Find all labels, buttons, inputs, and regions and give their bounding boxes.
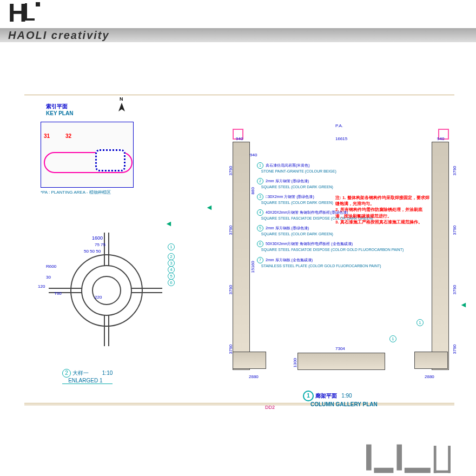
keyplan-title: 索引平面 KEY PLAN bbox=[46, 103, 73, 116]
dim-2880: 2880 bbox=[249, 374, 259, 379]
logo-bottom bbox=[366, 445, 451, 473]
enlarged-title: 2 大样一 1:10 ENLARGED 1 bbox=[62, 369, 113, 384]
center-block bbox=[298, 353, 385, 370]
dim-940: 940 bbox=[250, 153, 257, 157]
column-gallery-plan: P.A. 940 16615 940 940 3790 860 3790 151… bbox=[227, 119, 452, 389]
dim-3790: 3790 bbox=[228, 226, 233, 235]
dim-120: 120 bbox=[38, 284, 45, 289]
dim-1600: 1600 bbox=[92, 235, 103, 241]
dim-30: 30 bbox=[46, 275, 51, 280]
dim-940: 940 bbox=[437, 136, 444, 141]
sheet-code: DD2 bbox=[265, 405, 275, 410]
pa-label: *PA : PLANTING AREA - 植物种植区 bbox=[41, 189, 111, 195]
column-left bbox=[233, 142, 249, 369]
dim-3790: 3790 bbox=[228, 345, 233, 354]
callout-2: 1 bbox=[168, 243, 175, 250]
kp-label-32: 32 bbox=[65, 133, 71, 139]
divider-bottom2 bbox=[24, 405, 454, 405]
dim-1300: 1300 bbox=[293, 358, 298, 368]
dim-15160: 15160 bbox=[250, 261, 255, 273]
section-arrow-icon: ◄ bbox=[206, 203, 213, 211]
dim-3790: 3790 bbox=[452, 345, 457, 354]
dim-940: 940 bbox=[236, 136, 243, 141]
enlarged-detail: 1600 75 75 50 50 50 30 120 220 R600 T60 … bbox=[38, 206, 195, 362]
brand-tagline: HAOLI creativity bbox=[8, 29, 110, 42]
callout-1: 1 bbox=[389, 335, 396, 342]
dim-75: 75 75 bbox=[95, 242, 105, 247]
kp-focus-rect bbox=[95, 149, 125, 171]
callout-1: 1 bbox=[416, 319, 424, 326]
callout-3: 6 bbox=[168, 279, 175, 286]
dim-2880: 2880 bbox=[425, 374, 434, 379]
dim-r600: R600 bbox=[46, 264, 56, 269]
dim-t60: T60 bbox=[54, 291, 62, 296]
dim-7304: 7304 bbox=[335, 346, 345, 351]
dim-50: 50 50 50 bbox=[84, 249, 101, 254]
dim-3790: 3790 bbox=[228, 285, 233, 295]
north-arrow-icon: N bbox=[116, 102, 127, 115]
dim-16615: 16615 bbox=[335, 136, 347, 141]
keyplan-map: 31 32 bbox=[41, 122, 134, 188]
construction-notes: 注: 1. 整体构架各钢构件均采取焊接固定，要求焊缝饱满，光滑均匀。 2. 所有… bbox=[335, 195, 430, 225]
svg-marker-0 bbox=[118, 103, 125, 111]
dim-3790: 3790 bbox=[452, 166, 457, 176]
logo-top: H bbox=[8, 0, 40, 26]
pa-text: P.A. bbox=[335, 123, 343, 128]
divider-bottom bbox=[24, 403, 454, 404]
dim-3790: 3790 bbox=[228, 166, 233, 176]
dim-220: 220 bbox=[95, 295, 102, 300]
dim-3790: 3790 bbox=[452, 285, 457, 295]
dim-860: 860 bbox=[250, 187, 255, 194]
column-right bbox=[432, 142, 448, 369]
gallery-title: 1 廊架平面 1:90 COLUMN GALLERY PLAN bbox=[303, 391, 378, 407]
section-arrow-icon: ◄ bbox=[460, 300, 467, 309]
section-arrow-icon: ◄ bbox=[165, 219, 173, 228]
divider-top bbox=[24, 95, 454, 95]
dim-3790: 3790 bbox=[452, 226, 457, 235]
kp-label-31: 31 bbox=[44, 133, 50, 139]
